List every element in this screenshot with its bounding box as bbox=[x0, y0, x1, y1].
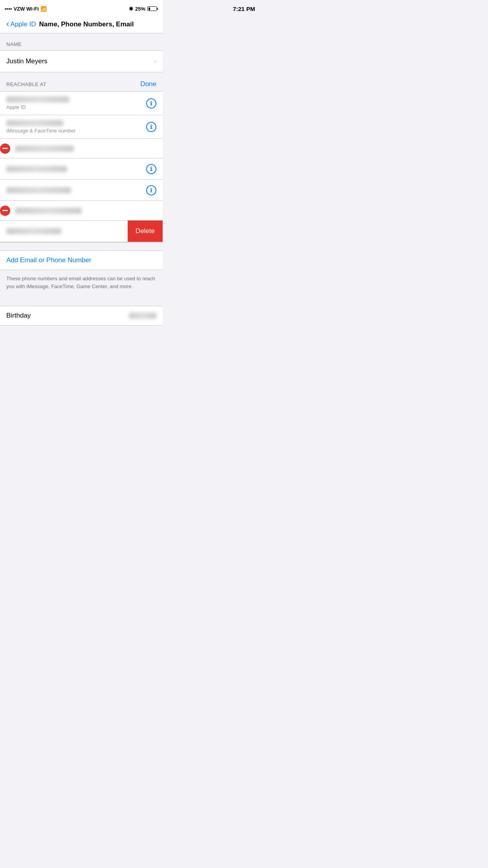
reachable-item-apple-id-left: Apple ID bbox=[6, 96, 146, 110]
add-email-link[interactable]: Add Email or Phone Number bbox=[6, 256, 91, 264]
birthday-value bbox=[129, 313, 156, 319]
name-value: Justin Meyers bbox=[6, 57, 154, 65]
reachable-list-group: Apple ID ℹ iMessage & FaceTime number ℹ … bbox=[0, 91, 163, 243]
email-3-info-button[interactable]: ℹ bbox=[146, 185, 156, 195]
name-list-group: Justin Meyers › bbox=[0, 50, 163, 72]
bluetooth-icon: ✱ bbox=[129, 6, 133, 12]
name-item[interactable]: Justin Meyers › bbox=[0, 51, 163, 72]
remove-button-1[interactable] bbox=[0, 143, 10, 154]
delete-row: Delete bbox=[0, 221, 163, 242]
battery-icon bbox=[147, 6, 158, 11]
name-chevron-icon: › bbox=[154, 57, 156, 65]
reachable-section-header: REACHABLE AT Done bbox=[0, 72, 163, 91]
back-chevron-icon: ‹ bbox=[6, 20, 9, 28]
reachable-item-remove-1 bbox=[0, 139, 163, 158]
status-bar: ▪▪▪▪ VZW Wi-Fi 📶 7:21 PM ✱ 25% bbox=[0, 0, 163, 17]
footer-note: These phone numbers and email addresses … bbox=[0, 270, 163, 298]
remove-button-2[interactable] bbox=[0, 206, 10, 216]
wifi-icon: 📶 bbox=[40, 6, 47, 12]
carrier-label: VZW Wi-Fi bbox=[13, 6, 39, 12]
signal-icon: ▪▪▪▪ bbox=[5, 6, 12, 12]
done-button[interactable]: Done bbox=[140, 80, 156, 88]
reachable-section-label: REACHABLE AT bbox=[6, 81, 46, 87]
reachable-item-remove-2 bbox=[0, 201, 163, 221]
reachable-item-email-3-left bbox=[6, 187, 146, 193]
add-email-row: Add Email or Phone Number bbox=[0, 250, 163, 270]
back-label: Apple ID bbox=[10, 20, 36, 28]
delete-button[interactable]: Delete bbox=[128, 221, 163, 242]
delete-row-content bbox=[0, 223, 128, 240]
imessage-info-button[interactable]: ℹ bbox=[146, 122, 156, 132]
minus-icon-1 bbox=[2, 148, 8, 149]
apple-id-info-button[interactable]: ℹ bbox=[146, 98, 156, 108]
name-section-header: NAME bbox=[0, 33, 163, 50]
birthday-section: Birthday bbox=[0, 306, 163, 326]
reachable-item-imessage-left: iMessage & FaceTime number bbox=[6, 120, 146, 134]
battery-percent: 25% bbox=[135, 6, 145, 12]
status-left: ▪▪▪▪ VZW Wi-Fi 📶 bbox=[5, 6, 47, 12]
reachable-item-imessage: iMessage & FaceTime number ℹ bbox=[0, 115, 163, 139]
status-right: ✱ 25% bbox=[129, 6, 158, 12]
reachable-item-email-2: ℹ bbox=[0, 158, 163, 180]
imessage-sublabel: iMessage & FaceTime number bbox=[6, 128, 146, 134]
page-title: Name, Phone Numbers, Email bbox=[39, 20, 134, 28]
reachable-item-email-2-left bbox=[6, 166, 146, 172]
back-button[interactable]: ‹ Apple ID bbox=[6, 20, 36, 28]
name-section-label: NAME bbox=[6, 41, 22, 47]
birthday-row[interactable]: Birthday bbox=[0, 306, 163, 325]
nav-bar: ‹ Apple ID Name, Phone Numbers, Email bbox=[0, 17, 163, 33]
minus-icon-2 bbox=[2, 210, 8, 211]
email-2-info-button[interactable]: ℹ bbox=[146, 164, 156, 174]
name-item-left: Justin Meyers bbox=[6, 57, 154, 65]
birthday-label: Birthday bbox=[6, 312, 31, 320]
apple-id-sublabel: Apple ID bbox=[6, 104, 146, 110]
reachable-item-email-3: ℹ bbox=[0, 180, 163, 201]
reachable-item-apple-id: Apple ID ℹ bbox=[0, 92, 163, 115]
